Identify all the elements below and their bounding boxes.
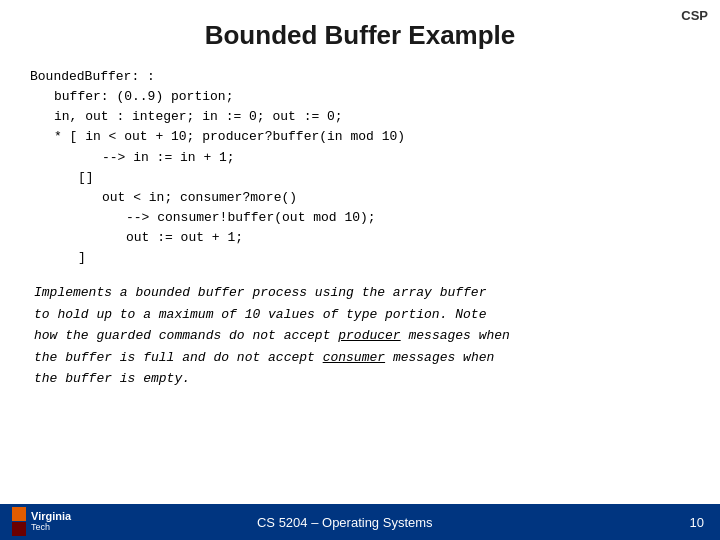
footer-page: 10 [690, 515, 720, 530]
vt-maroon-box [12, 522, 26, 536]
code-line-5: --> in := in + 1; [30, 148, 690, 168]
desc-line1: Implements a bounded buffer process usin… [34, 285, 486, 300]
code-line-9: out := out + 1; [30, 228, 690, 248]
vt-logo: Virginia Tech [12, 507, 71, 536]
code-line-10: ] [30, 248, 690, 268]
desc-line3-end: messages when [401, 328, 510, 343]
desc-line2: to hold up to a maximum of 10 values of … [34, 307, 486, 322]
description: Implements a bounded buffer process usin… [30, 282, 690, 389]
vt-orange-box [12, 507, 26, 521]
code-line-8: --> consumer!buffer(out mod 10); [30, 208, 690, 228]
desc-producer-underline: producer [338, 328, 400, 343]
code-line-4: * [ in < out + 10; producer?buffer(in mo… [30, 127, 690, 147]
code-block: BoundedBuffer: : buffer: (0..9) portion;… [30, 67, 690, 268]
desc-line4-end: messages when [385, 350, 494, 365]
logo-area: Virginia Tech [12, 507, 71, 536]
footer-label: CS 5204 – Operating Systems [0, 515, 690, 530]
code-line-7: out < in; consumer?more() [30, 188, 690, 208]
footer-bar: Virginia Tech CS 5204 – Operating System… [0, 504, 720, 540]
code-line-6: [] [30, 168, 690, 188]
code-line-1: BoundedBuffer: : [30, 67, 690, 87]
slide-title: Bounded Buffer Example [30, 20, 690, 51]
desc-line5: the buffer is empty. [34, 371, 190, 386]
main-content: Bounded Buffer Example BoundedBuffer: : … [0, 0, 720, 400]
desc-consumer-underline: consumer [323, 350, 385, 365]
vt-virginia-text: Virginia [31, 511, 71, 522]
csp-label: CSP [681, 8, 708, 23]
vt-tech-text: Tech [31, 522, 71, 532]
code-line-2: buffer: (0..9) portion; [30, 87, 690, 107]
desc-line4-start: the buffer is full and do not accept [34, 350, 323, 365]
code-line-3: in, out : integer; in := 0; out := 0; [30, 107, 690, 127]
desc-line3-start: how the guarded commands do not accept [34, 328, 338, 343]
